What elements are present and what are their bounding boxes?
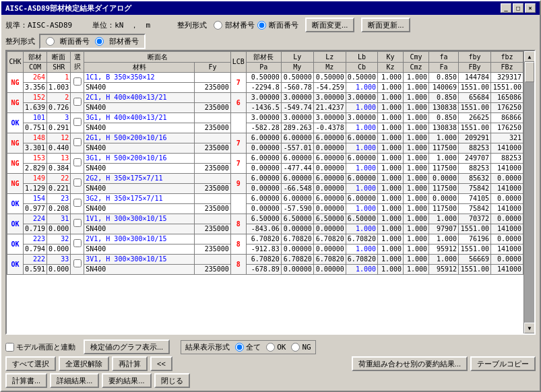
ky-cell: 1.000 [378,174,404,184]
cb-cell: 1.000 [346,204,377,214]
chk-cell: NG [7,73,24,93]
row-checkbox[interactable] [73,138,82,146]
standard-label: 規準：AISC-ASD89 [5,20,72,30]
section-num: 31 [47,214,71,224]
cmy-cell: 1.000 [404,93,429,103]
fby-cell: 209291 [459,133,491,143]
pa-cell: 3.00000 [246,93,281,103]
select-cell [71,214,84,234]
select-cell [71,234,84,255]
material-cell: SN400 [84,143,195,154]
model-sync-checkbox[interactable] [5,343,14,352]
ky-cell: 1.000 [378,234,404,244]
radio-ok[interactable] [266,343,275,352]
radio-member-num2[interactable] [95,37,104,46]
detail-button[interactable]: 詳細結果... [50,373,99,388]
second-bar: 整列形式 断面番号 部材番号 [5,34,536,48]
row-checkbox[interactable] [73,98,82,106]
col-mz: Mz [313,63,346,73]
radio-section-num2-label: 断面番号 [60,36,90,46]
lcb-cell: 7 [230,133,246,154]
back-button[interactable]: << [150,356,172,371]
fbz-cell: 165086 [491,93,523,103]
radio-all-label: 全て [235,342,261,352]
section-name1: 3G2, H 350×175×7/11 [84,194,195,204]
lz-cell: 3.00000 [313,113,346,123]
kz-cell: 1.000 [378,204,404,214]
graph-button[interactable]: 検定値のグラフ表示... [84,339,170,354]
FBz-cell: 1551.00 [491,83,523,93]
fbz-cell: 86866 [491,113,523,123]
section-num2: 0.000 [47,265,71,275]
row-checkbox[interactable] [73,219,82,227]
cmz-cell: 1.000 [404,143,429,154]
kz-cell: 1.000 [378,265,404,275]
table-row: NG 149 22 2G2, H 350×175×7/11 9 6.00000 … [7,174,523,184]
fa-cell: 1.000 [429,234,459,244]
row-checkbox[interactable] [73,118,82,126]
select-cell [71,133,84,154]
summary-button[interactable]: 要約結果... [102,373,151,388]
radio-section-num2[interactable] [46,37,55,46]
fby-cell: 74105 [459,194,491,204]
vertical-scrollbar[interactable]: ▲ ▼ [523,51,534,333]
fa-cell: 0.850 [429,73,459,83]
row-checkbox[interactable] [73,178,82,187]
bottom-bar-2: すべて選択 全選択解除 再計算 << 荷重組み合わせ別の要約結果... テーブル… [5,356,536,371]
scroll-down-button[interactable]: ▼ [524,323,535,333]
combo-summary-button[interactable]: 荷重組み合わせ別の要約結果... [352,356,468,371]
select-all-button[interactable]: すべて選択 [5,356,56,371]
section-num: 22 [47,174,71,184]
close-button[interactable]: × [525,3,536,13]
section-update-button[interactable]: 断面更新... [361,18,410,32]
radio-all[interactable] [235,343,244,352]
cmy-cell: 1.000 [404,194,429,204]
member-num: 224 [24,214,47,224]
result-table: CHK 部材 断面 選択 断面名 LCB 部材長 Ly Lz Lb Ky Cmy [7,51,523,275]
pa2-cell: 0.00000 [246,204,281,214]
radio-member-num[interactable] [214,21,222,30]
col-section: 断面 [47,52,71,63]
deselect-button[interactable]: 全選択解除 [59,356,109,371]
scroll-track[interactable] [524,62,534,323]
maximize-button[interactable]: □ [513,3,523,13]
section-change-button[interactable]: 断面変更... [305,18,354,32]
member-num: 222 [24,255,47,265]
row-checkbox[interactable] [73,239,82,247]
kz-cell: 1.000 [378,83,404,93]
close-button-bottom[interactable]: 閉じる [154,373,190,388]
fy-cell [195,255,231,265]
recalc-button[interactable]: 再計算 [112,356,148,371]
bottom-bar-3: 計算書... 詳細結果... 要約結果... 閉じる [5,373,536,388]
table-row: NG 153 13 3G1, H 500×200×10/16 7 6.00000… [7,154,523,164]
kz-cell: 1.000 [378,123,404,133]
minimize-button[interactable]: _ [501,3,511,13]
kz-cell: 1.000 [378,164,404,174]
array-label: 整列形式 [177,20,207,30]
scroll-thumb[interactable] [525,62,534,82]
radio-section-num[interactable] [257,21,266,30]
table-copy-button[interactable]: テーブルコピー [470,356,536,371]
member-num2: 0.751 [24,123,47,133]
radio-ng-label: NG [291,343,311,352]
my2-cell: -57.590 [281,204,313,214]
radio-ng[interactable] [291,343,300,352]
calc-button[interactable]: 計算書... [5,373,47,388]
row-checkbox[interactable] [73,259,82,267]
row-checkbox[interactable] [73,77,82,86]
lcb-cell [230,194,246,214]
fy-val: 235000 [195,123,231,133]
lz-cell: 6.00000 [313,154,346,164]
material-cell: SN400 [84,265,195,275]
cmz-cell: 1.000 [404,83,429,93]
cmz-cell: 1.000 [404,184,429,194]
row-checkbox[interactable] [73,158,82,166]
fa-cell: 1.000 [429,154,459,164]
FBy-cell: 88253 [459,164,491,174]
chk-cell: NG [7,133,24,154]
member-num: 149 [24,174,47,184]
scroll-up-button[interactable]: ▲ [524,51,535,62]
FBy-cell: 1551.00 [459,244,491,255]
Fa-cell: 117500 [429,204,459,214]
row-checkbox[interactable] [73,199,82,207]
